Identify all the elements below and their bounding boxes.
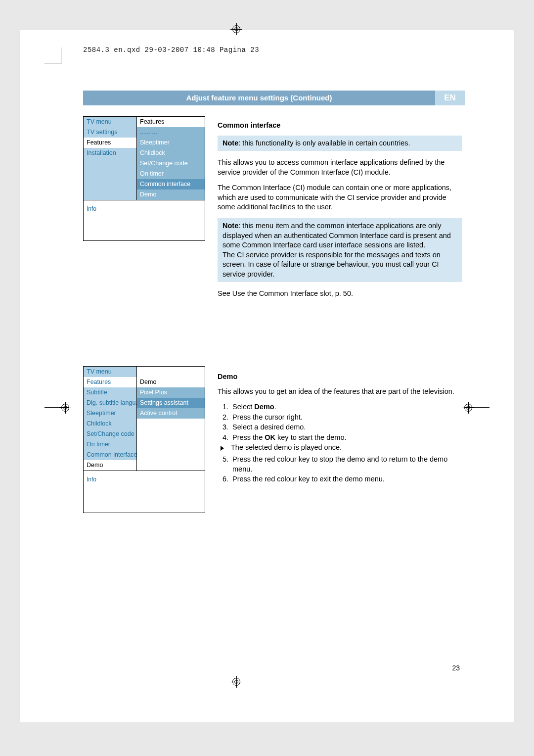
step-item: Select Demo. (230, 402, 462, 412)
prepress-header: 2584.3 en.qxd 29-03-2007 10:48 Pagina 23 (83, 46, 259, 54)
section-common-interface: Common interface Note: this functionalit… (218, 121, 462, 305)
note-text: : this functionality is only available i… (238, 139, 410, 147)
language-badge: EN (435, 91, 465, 105)
menu-cell-left: Subtitle (84, 387, 137, 398)
tv-menu-screenshot-demo: TV menuFeaturesDemoSubtitlePixel PlusDig… (83, 366, 205, 513)
section-demo: Demo This allows you to get an idea of t… (218, 372, 462, 485)
triangle-icon (221, 446, 224, 451)
menu-cell-right (137, 439, 205, 450)
menu-cell-left: Demo (84, 460, 137, 471)
note-label: Note (222, 222, 238, 230)
menu-cell-left (84, 179, 137, 189)
menu-cell-left: TV menu (84, 117, 137, 127)
menu-cell-left: Set/Change code (84, 429, 137, 439)
menu-cell-left: TV settings (84, 127, 137, 138)
steps-list: Press the red colour key to stop the dem… (218, 455, 462, 484)
body-text: This allows you to get an idea of the fe… (218, 387, 462, 397)
menu-cell-right: On timer (137, 169, 205, 179)
menu-cell-left: Features (84, 138, 137, 148)
menu-cell-right: Demo (137, 189, 205, 200)
menu-cell-left: TV menu (84, 367, 137, 377)
step-item: Select a desired demo. (230, 423, 462, 432)
step-item: Press the red colour key to exit the dem… (230, 474, 462, 484)
registration-mark-icon (230, 676, 242, 688)
section-heading: Demo (218, 372, 462, 382)
body-text: See Use the Common Interface slot, p. 50… (218, 289, 462, 299)
menu-cell-right: Childlock (137, 148, 205, 158)
menu-cell-right: Features (137, 117, 205, 127)
note-box: Note: this functionality is only availab… (218, 136, 462, 151)
note-box: Note: this menu item and the common inte… (218, 218, 462, 282)
menu-cell-left: Sleeptimer (84, 408, 137, 419)
info-label: Info (84, 200, 205, 217)
menu-cell-right: Demo (137, 377, 205, 387)
menu-cell-right (137, 367, 205, 377)
page-title: Adjust feature menu settings (Continued) (83, 91, 435, 105)
info-label: Info (84, 471, 205, 488)
crop-mark (44, 63, 61, 63)
steps-list: Select Demo. Press the cursor right. Sel… (218, 402, 462, 442)
menu-cell-left (84, 158, 137, 169)
step-item: Press the cursor right. (230, 413, 462, 423)
menu-cell-right: Pixel Plus (137, 387, 205, 398)
step-item: Press the OK key to start the demo. (230, 433, 462, 443)
menu-cell-right (137, 460, 205, 471)
tv-menu-screenshot-features: TV menuFeaturesTV settings...........Fea… (83, 116, 205, 241)
menu-cell-right: ........... (137, 127, 205, 138)
result-line: The selected demo is played once. (221, 443, 462, 453)
crop-mark (61, 47, 61, 64)
menu-cell-left: Childlock (84, 419, 137, 429)
manual-page: 2584.3 en.qxd 29-03-2007 10:48 Pagina 23… (20, 30, 514, 722)
menu-cell-right: Common interface (137, 179, 205, 189)
menu-cell-left: On timer (84, 439, 137, 450)
menu-cell-right: Sleeptimer (137, 138, 205, 148)
menu-cell-right (137, 429, 205, 439)
note-text: : this menu item and the common interfac… (222, 222, 451, 278)
menu-cell-left (84, 189, 137, 200)
section-heading: Common interface (218, 121, 462, 131)
menu-cell-left (84, 169, 137, 179)
menu-cell-right: Set/Change code (137, 158, 205, 169)
step-item: Press the red colour key to stop the dem… (230, 455, 462, 474)
menu-cell-right: Settings assistant (137, 398, 205, 408)
registration-mark-icon (59, 402, 71, 414)
menu-cell-left: Dig. subtitle langu. (84, 398, 137, 408)
page-title-bar: Adjust feature menu settings (Continued)… (83, 91, 465, 105)
registration-mark-icon (230, 23, 242, 35)
registration-mark-icon (462, 402, 474, 414)
menu-cell-right (137, 450, 205, 460)
menu-cell-left: Installation (84, 148, 137, 158)
menu-cell-right (137, 419, 205, 429)
menu-cell-right: Active control (137, 408, 205, 419)
page-number: 23 (452, 664, 460, 672)
menu-cell-left: Common interface (84, 450, 137, 460)
body-text: The Common Interface (CI) module can con… (218, 183, 462, 212)
note-label: Note (222, 139, 238, 147)
menu-cell-left: Features (84, 377, 137, 387)
body-text: This allows you to access common interfa… (218, 158, 462, 177)
